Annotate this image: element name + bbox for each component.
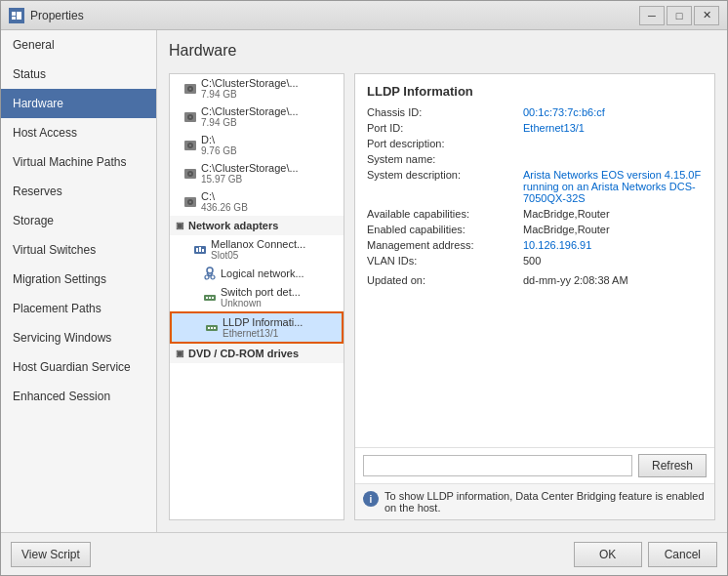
info-note-text: To show LLDP information, Data Center Br… (384, 490, 707, 514)
close-button[interactable]: ✕ (694, 6, 719, 25)
port-desc-value (523, 138, 703, 149)
sidebar-item-status[interactable]: Status (1, 60, 156, 89)
system-desc-value: Arista Networks EOS version 4.15.0F runn… (523, 169, 703, 204)
hardware-area: C:\ClusterStorage\... 7.94 GB C:\Cluster… (169, 73, 715, 520)
system-name-value (523, 153, 703, 165)
enabled-cap-row: Enabled capabilities: MacBridge,Router (367, 224, 703, 235)
sidebar-item-hardware[interactable]: Hardware (1, 89, 156, 118)
refresh-button[interactable]: Refresh (638, 454, 707, 477)
mgmt-addr-value: 10.126.196.91 (523, 239, 703, 251)
svg-rect-1 (12, 12, 16, 16)
dvd-section-header[interactable]: ▣ DVD / CD-ROM drives (170, 344, 344, 363)
minimize-button[interactable]: ─ (639, 6, 665, 25)
refresh-row: Refresh (355, 447, 714, 483)
dvd-collapse-icon: ▣ (176, 349, 184, 358)
avail-cap-value: MacBridge,Router (523, 208, 703, 220)
title-bar-left: Properties (9, 8, 84, 23)
logical-network-icon (203, 267, 217, 280)
enabled-cap-value: MacBridge,Router (523, 224, 703, 235)
window-icon (9, 8, 24, 23)
svg-point-9 (189, 116, 191, 118)
refresh-input[interactable] (363, 455, 632, 476)
vlan-ids-row: VLAN IDs: 500 (367, 255, 703, 267)
sidebar: General Status Hardware Host Access Virt… (1, 30, 157, 532)
svg-point-26 (205, 275, 209, 279)
svg-rect-2 (12, 17, 16, 20)
vlan-ids-value: 500 (523, 255, 703, 267)
svg-rect-35 (214, 327, 216, 329)
info-note: i To show LLDP information, Data Center … (355, 483, 714, 519)
bottom-bar: View Script OK Cancel (1, 532, 727, 575)
port-id-value: Ethernet13/1 (523, 122, 703, 134)
disk-item-1[interactable]: C:\ClusterStorage\... 7.94 GB (170, 74, 344, 103)
sidebar-item-servicing-windows[interactable]: Servicing Windows (1, 323, 156, 352)
lldp-info-title: LLDP Information (367, 84, 703, 99)
info-icon: i (363, 491, 379, 507)
disk-icon-1 (183, 82, 197, 96)
updated-on-value: dd-mm-yy 2:08:38 AM (523, 274, 703, 286)
disk-icon-3 (183, 139, 197, 152)
network-adapters-header[interactable]: ▣ Network adapters (170, 216, 344, 235)
enabled-cap-label: Enabled capabilities: (367, 224, 523, 235)
title-bar: Properties ─ □ ✕ (1, 1, 727, 30)
info-panel: LLDP Information Chassis ID: 00:1c:73:7c… (354, 73, 715, 520)
mgmt-addr-label: Management address: (367, 239, 523, 251)
lldp-icon (205, 321, 219, 335)
svg-rect-22 (202, 249, 204, 252)
logical-network-item[interactable]: Logical network... (170, 264, 344, 283)
updated-on-row: Updated on: dd-mm-yy 2:08:38 AM (367, 274, 703, 286)
svg-rect-29 (206, 297, 208, 299)
port-desc-row: Port description: (367, 138, 703, 149)
chassis-id-row: Chassis ID: 00:1c:73:7c:b6:cf (367, 106, 703, 118)
port-desc-label: Port description: (367, 138, 523, 149)
svg-rect-34 (211, 327, 213, 329)
sidebar-item-storage[interactable]: Storage (1, 206, 156, 235)
chassis-id-value: 00:1c:73:7c:b6:cf (523, 106, 703, 118)
lldp-item[interactable]: LLDP Informati... Ethernet13/1 (170, 311, 344, 344)
svg-point-15 (189, 173, 191, 175)
sidebar-item-vm-paths[interactable]: Virtual Machine Paths (1, 147, 156, 177)
avail-cap-row: Available capabilities: MacBridge,Router (367, 208, 703, 220)
bottom-right-buttons: OK Cancel (574, 542, 717, 567)
switch-port-icon (203, 291, 217, 305)
disk-item-5[interactable]: C:\ 436.26 GB (170, 187, 344, 216)
svg-point-6 (189, 88, 191, 90)
svg-rect-33 (208, 327, 210, 329)
mgmt-addr-row: Management address: 10.126.196.91 (367, 239, 703, 251)
svg-point-12 (189, 144, 191, 146)
vlan-ids-label: VLAN IDs: (367, 255, 523, 267)
disk-item-4[interactable]: C:\ClusterStorage\... 15.97 GB (170, 159, 344, 187)
disk-icon-5 (183, 195, 197, 209)
sidebar-item-reserves[interactable]: Reserves (1, 177, 156, 206)
disk-item-2[interactable]: C:\ClusterStorage\... 7.94 GB (170, 103, 344, 131)
sidebar-item-general[interactable]: General (1, 30, 156, 60)
sidebar-item-host-guardian[interactable]: Host Guardian Service (1, 352, 156, 382)
updated-on-label: Updated on: (367, 274, 523, 286)
main-window: Properties ─ □ ✕ General Status Hardware… (0, 0, 728, 576)
main-panel: Hardware C:\ClusterStorage\... 7.94 GB (157, 30, 727, 532)
view-script-button[interactable]: View Script (11, 542, 91, 567)
avail-cap-label: Available capabilities: (367, 208, 523, 220)
ok-button[interactable]: OK (574, 542, 642, 567)
device-tree[interactable]: C:\ClusterStorage\... 7.94 GB C:\Cluster… (169, 73, 344, 520)
svg-point-18 (189, 201, 191, 203)
disk-item-3[interactable]: D:\ 9.76 GB (170, 131, 344, 159)
sidebar-item-placement-paths[interactable]: Placement Paths (1, 294, 156, 323)
network-adapter-icon (193, 243, 207, 257)
maximize-button[interactable]: □ (667, 6, 692, 25)
port-id-row: Port ID: Ethernet13/1 (367, 122, 703, 134)
sidebar-item-host-access[interactable]: Host Access (1, 118, 156, 147)
info-content: LLDP Information Chassis ID: 00:1c:73:7c… (355, 74, 714, 447)
sidebar-item-virtual-switches[interactable]: Virtual Switches (1, 235, 156, 265)
system-desc-row: System description: Arista Networks EOS … (367, 169, 703, 204)
sidebar-item-enhanced-session[interactable]: Enhanced Session (1, 382, 156, 411)
svg-point-23 (207, 267, 213, 273)
switch-port-item[interactable]: Switch port det... Unknown (170, 283, 344, 311)
disk-icon-4 (183, 167, 197, 181)
cancel-button[interactable]: Cancel (648, 542, 717, 567)
svg-rect-3 (17, 12, 21, 20)
title-bar-controls: ─ □ ✕ (639, 6, 719, 25)
mellanox-adapter-item[interactable]: Mellanox Connect... Slot05 (170, 235, 344, 264)
system-name-row: System name: (367, 153, 703, 165)
sidebar-item-migration-settings[interactable]: Migration Settings (1, 265, 156, 294)
